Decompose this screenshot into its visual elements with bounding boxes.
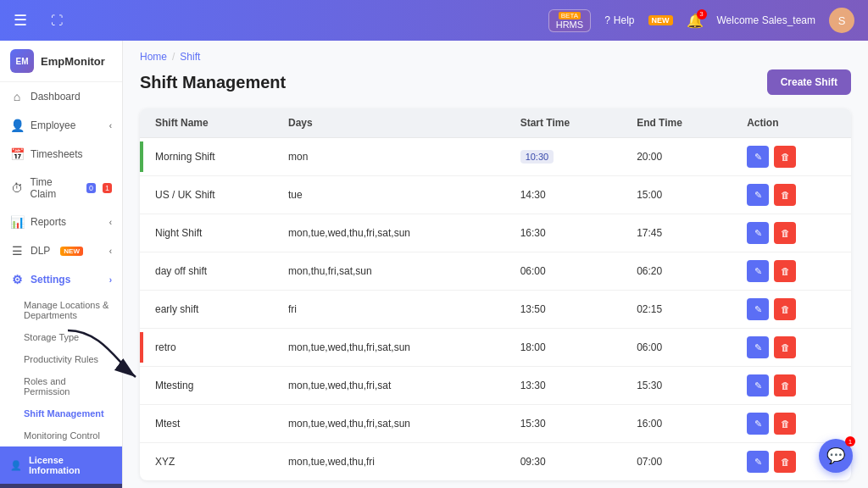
shift-start-time: 09:30 [509,443,626,481]
license-icon: 👤 [10,460,22,471]
sidebar-item-storage-type[interactable]: Storage Type [0,326,122,348]
shift-action: ✎🗑 [735,176,851,214]
edit-shift-button[interactable]: ✎ [747,451,769,473]
hamburger-button[interactable]: ☰ [0,11,41,30]
timeclaim-badge1: 0 [86,183,96,193]
col-days: Days [276,108,509,138]
chat-fab[interactable]: 💬 1 [819,439,853,473]
employee-arrow: ‹ [109,121,112,130]
shift-start-time: 18:00 [509,329,626,367]
sidebar-item-productivity-rules[interactable]: Productivity Rules [0,348,122,370]
table-row: Night Shiftmon,tue,wed,thu,fri,sat,sun16… [140,214,851,252]
edit-shift-button[interactable]: ✎ [747,413,769,435]
welcome-text: Welcome Sales_team [717,14,816,26]
new-badge[interactable]: NEW [648,15,673,25]
edit-shift-button[interactable]: ✎ [747,146,769,168]
sidebar-item-monitoring-control[interactable]: Monitoring Control [0,424,122,446]
create-shift-button[interactable]: Create Shift [767,69,851,95]
reports-arrow: ‹ [109,218,112,227]
delete-shift-button[interactable]: 🗑 [774,413,796,435]
edit-shift-button[interactable]: ✎ [747,298,769,320]
sidebar-label-reports: Reports [31,216,66,228]
help-label: Help [614,14,635,26]
sidebar-bottom: 👤 License Information ⬇ DOWNLOAD AGENT [0,446,122,488]
expand-button[interactable]: ⛶ [51,14,63,27]
edit-shift-button[interactable]: ✎ [747,260,769,282]
sidebar-item-roles-permission[interactable]: Roles and Permission [0,370,122,402]
delete-shift-button[interactable]: 🗑 [774,222,796,244]
help-icon: ? [604,14,610,26]
shift-start-time: 15:30 [509,405,626,443]
settings-icon: ⚙ [10,273,24,286]
edit-shift-button[interactable]: ✎ [747,222,769,244]
shift-start-time: 06:00 [509,252,626,291]
sidebar-item-manage-locations[interactable]: Manage Locations & Departments [0,294,122,326]
delete-shift-button[interactable]: 🗑 [774,260,796,282]
delete-shift-button[interactable]: 🗑 [774,298,796,320]
edit-shift-button[interactable]: ✎ [747,336,769,358]
timeclaim-badge2: 1 [103,183,112,193]
license-label: License Information [29,455,112,475]
sidebar-label-timesheets: Timesheets [31,148,83,160]
shift-end-time: 02:15 [625,291,735,329]
main-layout: EM EmpMonitor ⌂ Dashboard 👤 Employee ‹ 📅… [0,41,868,488]
sidebar-item-employee[interactable]: 👤 Employee ‹ [0,111,122,140]
sidebar-item-dashboard[interactable]: ⌂ Dashboard [0,82,122,111]
shift-name: Morning Shift [143,138,276,176]
col-action: Action [735,108,851,138]
shift-start-time: 13:50 [509,291,626,329]
delete-shift-button[interactable]: 🗑 [774,184,796,206]
shift-action: ✎🗑 [735,138,851,176]
sidebar-item-shift-management[interactable]: Shift Management [0,402,122,424]
reports-icon: 📊 [10,215,24,229]
table-row: Mtestmon,tue,wed,thu,fri,sat,sun15:3016:… [140,405,851,443]
shift-name: XYZ [143,443,276,481]
page-title: Shift Management [140,73,286,92]
shift-end-time: 06:20 [625,252,735,291]
shift-action: ✎🗑 [735,214,851,252]
dashboard-icon: ⌂ [10,90,24,103]
shift-name: Mtesting [143,367,276,405]
avatar[interactable]: S [829,8,854,33]
shift-action: ✎🗑 [735,329,851,367]
sidebar-item-dlp[interactable]: ☰ DLP NEW ‹ [0,236,122,265]
shift-days: tue [276,176,509,214]
delete-shift-button[interactable]: 🗑 [774,451,796,473]
delete-shift-button[interactable]: 🗑 [774,336,796,358]
notification-button[interactable]: 🔔 3 [687,13,704,29]
top-header: ☰ ⛶ BETA HRMS ? Help NEW 🔔 3 Welcome Sal… [0,0,868,41]
dlp-new-tag: NEW [60,247,83,256]
license-button[interactable]: 👤 License Information [0,446,122,484]
breadcrumb-home[interactable]: Home [140,51,167,63]
shift-name: early shift [143,291,276,329]
sidebar-item-timesheets[interactable]: 📅 Timesheets [0,140,122,169]
shift-start-time: 14:30 [509,176,626,214]
shift-end-time: 17:45 [625,214,735,252]
edit-shift-button[interactable]: ✎ [747,374,769,396]
timesheets-icon: 📅 [10,147,24,161]
table-row: day off shiftmon,thu,fri,sat,sun06:0006:… [140,252,851,291]
content-inner: Home / Shift Shift Management Create Shi… [123,41,868,488]
shift-days: mon,thu,fri,sat,sun [276,252,509,291]
help-button[interactable]: ? Help [604,14,634,26]
beta-tag: BETA [559,12,581,19]
delete-shift-button[interactable]: 🗑 [774,374,796,396]
sidebar-item-reports[interactable]: 📊 Reports ‹ [0,208,122,236]
settings-arrow: › [109,275,112,285]
sidebar-item-settings[interactable]: ⚙ Settings › [0,265,122,294]
dlp-arrow: ‹ [109,247,112,256]
sidebar-label-employee: Employee [31,119,75,131]
chat-icon: 💬 [826,446,845,465]
download-agent-button[interactable]: ⬇ DOWNLOAD AGENT [0,484,122,488]
breadcrumb-sep: / [172,51,175,63]
sidebar: EM EmpMonitor ⌂ Dashboard 👤 Employee ‹ 📅… [0,41,123,488]
hrms-badge[interactable]: BETA HRMS [548,9,591,32]
sidebar-item-timeclaim[interactable]: ⏱ Time Claim 0 1 [0,169,122,208]
shift-action: ✎🗑 [735,291,851,329]
table-body: Morning Shiftmon10:3020:00✎🗑US / UK Shif… [140,138,851,481]
shift-start-time: 13:30 [509,367,626,405]
table-header: Shift Name Days Start Time End Time Acti… [140,108,851,138]
logo-text: EmpMonitor [41,55,105,68]
delete-shift-button[interactable]: 🗑 [774,146,796,168]
edit-shift-button[interactable]: ✎ [747,184,769,206]
